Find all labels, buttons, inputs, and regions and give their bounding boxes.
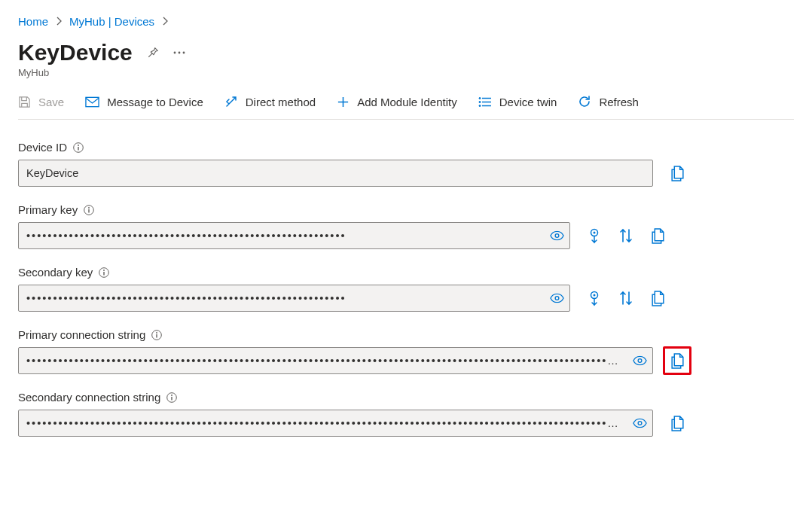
highlight-box	[663, 346, 691, 375]
chevron-right-icon	[162, 15, 168, 28]
copy-icon[interactable]	[650, 291, 665, 306]
secondary-key-input[interactable]	[18, 285, 570, 312]
info-icon[interactable]	[99, 267, 109, 278]
svg-rect-31	[172, 397, 172, 401]
svg-point-6	[479, 101, 481, 102]
copy-icon[interactable]	[670, 166, 685, 181]
svg-rect-15	[88, 209, 89, 213]
svg-point-1	[178, 52, 180, 54]
copy-icon[interactable]	[670, 353, 685, 368]
eye-icon[interactable]	[633, 356, 647, 366]
svg-point-16	[555, 234, 559, 238]
field-secondary-key: Secondary key	[18, 266, 794, 312]
regenerate-icon[interactable]	[587, 291, 602, 306]
info-icon[interactable]	[151, 330, 162, 340]
svg-point-22	[555, 297, 559, 300]
field-label: Secondary key	[18, 266, 93, 279]
svg-rect-27	[157, 334, 157, 338]
breadcrumb: Home MyHub | Devices	[18, 15, 794, 28]
primary-key-input[interactable]	[18, 222, 570, 249]
toolbar: Save Message to Device Direct method Add…	[18, 95, 794, 120]
svg-point-4	[479, 97, 481, 99]
more-icon[interactable]	[173, 51, 185, 54]
copy-icon[interactable]	[670, 416, 685, 431]
direct-method-button[interactable]: Direct method	[224, 95, 316, 108]
svg-rect-21	[104, 272, 105, 276]
breadcrumb-home[interactable]: Home	[18, 15, 48, 28]
svg-point-28	[638, 359, 642, 363]
info-icon[interactable]	[73, 142, 84, 153]
save-button: Save	[18, 96, 64, 108]
subtitle: MyHub	[18, 67, 794, 78]
field-label: Primary connection string	[18, 328, 145, 341]
direct-method-icon	[224, 95, 238, 108]
svg-point-32	[638, 422, 642, 425]
field-label: Device ID	[18, 141, 67, 154]
svg-point-18	[594, 231, 596, 233]
svg-point-14	[88, 207, 90, 209]
regenerate-icon[interactable]	[587, 228, 602, 243]
svg-point-20	[103, 270, 105, 271]
field-primary-key: Primary key	[18, 203, 794, 249]
copy-icon[interactable]	[650, 228, 665, 243]
info-icon[interactable]	[166, 392, 177, 403]
list-icon	[478, 96, 492, 108]
svg-point-24	[594, 294, 596, 296]
save-icon	[18, 96, 31, 108]
field-secondary-conn: Secondary connection string	[18, 391, 794, 437]
field-device-id: Device ID	[18, 141, 794, 187]
field-primary-conn: Primary connection string	[18, 328, 794, 374]
chevron-right-icon	[56, 15, 62, 28]
breadcrumb-hub[interactable]: MyHub | Devices	[69, 15, 154, 28]
plus-icon	[337, 96, 350, 108]
svg-rect-3	[86, 97, 99, 106]
eye-icon[interactable]	[633, 419, 647, 428]
device-twin-button[interactable]: Device twin	[478, 96, 557, 108]
svg-point-8	[479, 105, 481, 106]
pin-icon[interactable]	[146, 46, 160, 59]
page-title: KeyDevice	[18, 40, 133, 66]
refresh-button[interactable]: Refresh	[578, 95, 639, 108]
add-module-button[interactable]: Add Module Identity	[337, 96, 457, 108]
svg-point-30	[171, 395, 172, 396]
eye-icon[interactable]	[550, 231, 564, 241]
message-button[interactable]: Message to Device	[85, 96, 203, 108]
mail-icon	[85, 96, 99, 108]
swap-icon[interactable]	[618, 291, 633, 306]
svg-point-0	[173, 52, 176, 54]
secondary-conn-input[interactable]	[18, 410, 653, 437]
field-label: Primary key	[18, 203, 78, 216]
swap-icon[interactable]	[618, 228, 633, 243]
info-icon[interactable]	[84, 205, 94, 215]
svg-point-26	[156, 332, 157, 334]
svg-rect-12	[78, 147, 78, 151]
field-label: Secondary connection string	[18, 391, 160, 404]
refresh-icon	[578, 95, 591, 108]
device-id-input[interactable]	[18, 160, 653, 187]
primary-conn-input[interactable]	[18, 347, 653, 374]
eye-icon[interactable]	[550, 294, 564, 303]
svg-point-2	[182, 52, 185, 54]
svg-point-11	[78, 145, 79, 146]
